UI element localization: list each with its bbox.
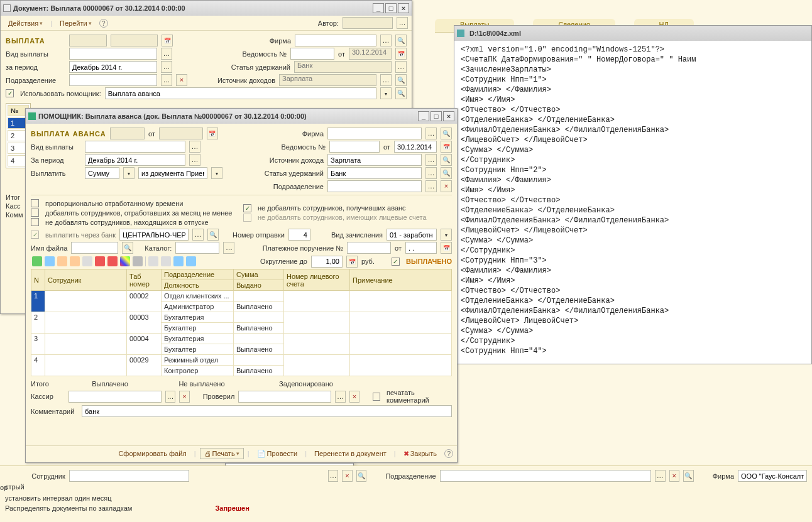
date-picker-icon[interactable] bbox=[162, 35, 173, 46]
table-row[interactable]: 100002Отдел клиентских ... bbox=[31, 291, 452, 302]
h-podr-pick[interactable] bbox=[425, 180, 437, 192]
firma-input[interactable] bbox=[295, 35, 376, 46]
pp-date-pick[interactable] bbox=[441, 242, 452, 254]
proveril-clear[interactable] bbox=[349, 391, 359, 403]
help-icon[interactable]: ? bbox=[444, 449, 453, 458]
use-helper-check[interactable] bbox=[6, 89, 14, 97]
h-ved-date[interactable] bbox=[394, 141, 437, 153]
okr-pick[interactable] bbox=[346, 256, 358, 268]
close-button[interactable]: × bbox=[398, 3, 409, 13]
doc-titlebar[interactable]: Документ: Выплата 00000067 от 30.12.2014… bbox=[1, 1, 412, 16]
vid-pick[interactable] bbox=[161, 48, 172, 60]
vidzach-dd[interactable] bbox=[441, 229, 452, 241]
h-stat-pick[interactable] bbox=[425, 167, 437, 179]
ved-date-pick[interactable] bbox=[395, 48, 407, 60]
vidzach-input[interactable] bbox=[387, 229, 437, 241]
ist-search[interactable] bbox=[395, 74, 407, 86]
h-ist-search[interactable] bbox=[441, 154, 452, 166]
b-sotr-search[interactable] bbox=[356, 470, 367, 482]
h-vypl-input[interactable] bbox=[85, 167, 119, 179]
sort-desc-icon[interactable] bbox=[161, 256, 171, 266]
help-icon[interactable]: ? bbox=[99, 19, 108, 28]
check-noavans[interactable] bbox=[243, 204, 251, 212]
copy-icon[interactable] bbox=[45, 256, 55, 266]
proveril-pick[interactable] bbox=[335, 391, 345, 403]
col-vyd[interactable]: Выдано bbox=[234, 280, 284, 291]
okr-input[interactable] bbox=[311, 256, 343, 268]
h-veddate-pick[interactable] bbox=[441, 141, 452, 153]
h-vid-pick[interactable] bbox=[189, 141, 200, 153]
pp-date[interactable] bbox=[405, 242, 437, 254]
check-addmonth[interactable] bbox=[31, 209, 39, 217]
h-firma-pick[interactable] bbox=[425, 128, 437, 139]
table-row[interactable]: 200003Бухгалтерия bbox=[31, 312, 452, 323]
col-job[interactable]: Должность bbox=[162, 280, 234, 291]
h-ved-input[interactable] bbox=[329, 141, 380, 153]
bank-pick[interactable] bbox=[192, 229, 204, 241]
b-podr-search[interactable] bbox=[683, 470, 694, 482]
table-row[interactable]: 300004Бухгалтерия bbox=[31, 334, 452, 344]
employee-grid[interactable]: N Сотрудник Таб номер Подразделение Сумм… bbox=[31, 269, 452, 376]
provesti-button[interactable]: 📄 Провести bbox=[253, 449, 302, 459]
b-sotr-clear[interactable] bbox=[342, 470, 353, 482]
move-button[interactable]: Перенести в документ bbox=[310, 449, 390, 459]
xml-body[interactable]: <?xml version="1.0" encoding="Windows-12… bbox=[454, 41, 811, 360]
ved-input[interactable] bbox=[290, 48, 334, 60]
h-firma-input[interactable] bbox=[327, 128, 422, 139]
podr-input[interactable] bbox=[69, 74, 157, 86]
fname-search[interactable] bbox=[122, 242, 133, 254]
katalog-pick[interactable] bbox=[223, 242, 234, 254]
h-ist-input[interactable] bbox=[327, 154, 422, 166]
komment-input[interactable] bbox=[82, 405, 452, 417]
h-vypl-dd[interactable] bbox=[123, 167, 134, 179]
author-pick[interactable] bbox=[397, 17, 408, 29]
more-icon[interactable] bbox=[133, 256, 143, 266]
numsend-input[interactable] bbox=[288, 229, 310, 241]
print-button[interactable]: 🖨 Печать ▾ bbox=[200, 448, 244, 459]
h-podr-input[interactable] bbox=[327, 180, 422, 192]
podr-clear[interactable] bbox=[176, 74, 187, 86]
proveril-input[interactable] bbox=[238, 391, 331, 403]
b-podr-input[interactable] bbox=[440, 470, 651, 482]
goto-button[interactable]: Перейти▾ bbox=[56, 18, 96, 28]
b-sotr-pick[interactable] bbox=[328, 470, 339, 482]
movedown-icon[interactable] bbox=[70, 256, 80, 266]
delete-all-icon[interactable] bbox=[107, 256, 118, 266]
period-pick[interactable] bbox=[161, 61, 172, 73]
h-date-pick[interactable] bbox=[207, 128, 218, 139]
sort-asc-icon[interactable] bbox=[148, 256, 158, 266]
maximize-button[interactable]: □ bbox=[431, 111, 442, 121]
kassir-input[interactable] bbox=[69, 391, 162, 403]
delete-icon[interactable] bbox=[95, 256, 105, 266]
h-firma-search[interactable] bbox=[441, 128, 452, 139]
katalog-input[interactable] bbox=[175, 242, 219, 254]
check-prop[interactable] bbox=[31, 199, 39, 207]
h-vypl-src[interactable] bbox=[138, 167, 207, 179]
maximize-button[interactable]: □ bbox=[385, 3, 397, 13]
stat-pick[interactable] bbox=[395, 61, 407, 73]
refresh-icon[interactable] bbox=[173, 256, 184, 266]
col-emp[interactable]: Сотрудник bbox=[45, 269, 127, 291]
xml-titlebar[interactable]: D:\1c8\004z.xml bbox=[454, 26, 811, 41]
b-podr-pick[interactable] bbox=[655, 470, 666, 482]
col-note[interactable]: Примечание bbox=[350, 269, 452, 291]
helper-dd[interactable] bbox=[380, 87, 392, 99]
col-tab[interactable]: Таб номер bbox=[127, 269, 162, 291]
col-dept[interactable]: Подразделение bbox=[162, 269, 234, 280]
close-footer-button[interactable]: ✖ Закрыть bbox=[400, 449, 441, 459]
h-podr-clear[interactable] bbox=[441, 180, 452, 192]
bank-input[interactable] bbox=[119, 229, 189, 241]
period-input[interactable] bbox=[69, 61, 157, 73]
h-vyplsrc-dd[interactable] bbox=[211, 167, 222, 179]
close-button[interactable]: × bbox=[443, 111, 454, 121]
edit-icon[interactable] bbox=[82, 256, 92, 266]
h-stat-search[interactable] bbox=[441, 167, 452, 179]
add-icon[interactable] bbox=[32, 256, 42, 266]
b-firma-input[interactable] bbox=[738, 470, 807, 482]
printcomment-check[interactable] bbox=[373, 393, 380, 401]
b-sotr-input[interactable] bbox=[69, 470, 189, 482]
vid-input[interactable] bbox=[69, 48, 157, 60]
bank-search[interactable] bbox=[207, 229, 219, 241]
kassir-pick[interactable] bbox=[165, 391, 175, 403]
col-sum[interactable]: Сумма bbox=[234, 269, 284, 280]
